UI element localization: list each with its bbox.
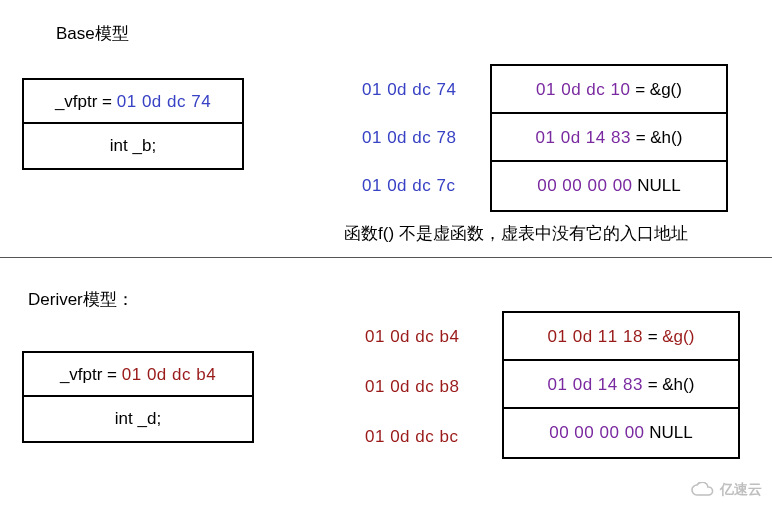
deriver-addr-2: 01 0d dc bc [365, 427, 458, 447]
vt-eq: = [631, 128, 650, 147]
vfptr-value: 01 0d dc 74 [117, 92, 211, 111]
vt-fn: NULL [637, 176, 680, 195]
deriver-addr-1: 01 0d dc b8 [365, 377, 459, 397]
deriver-vt-row-0: 01 0d 11 18 = &g() [504, 313, 738, 361]
deriver-member-row: int _d; [24, 397, 252, 441]
vfptr-label: _vfptr = [60, 365, 122, 384]
deriver-object-box: _vfptr = 01 0d dc b4 int _d; [22, 351, 254, 443]
vt-fn: &h() [650, 128, 682, 147]
vt-eq: = [643, 375, 662, 394]
base-member-row: int _b; [24, 124, 242, 168]
watermark: 亿速云 [690, 481, 762, 499]
vt-val: 00 00 00 00 [549, 423, 644, 442]
vt-val: 01 0d dc 10 [536, 80, 630, 99]
base-object-box: _vfptr = 01 0d dc 74 int _b; [22, 78, 244, 170]
deriver-title: Deriver模型： [28, 288, 134, 311]
base-vt-row-1: 01 0d 14 83 = &h() [492, 114, 726, 162]
vt-fn: &g() [662, 327, 694, 346]
base-addr-1: 01 0d dc 78 [362, 128, 456, 148]
vt-val: 01 0d 14 83 [548, 375, 643, 394]
base-note: 函数f() 不是虚函数，虚表中没有它的入口地址 [344, 222, 688, 245]
cloud-icon [690, 482, 716, 498]
vfptr-value: 01 0d dc b4 [122, 365, 216, 384]
base-vtable-box: 01 0d dc 10 = &g() 01 0d 14 83 = &h() 00… [490, 64, 728, 212]
base-title: Base模型 [56, 22, 129, 45]
vt-eq: = [630, 80, 649, 99]
deriver-addr-0: 01 0d dc b4 [365, 327, 459, 347]
base-vt-row-0: 01 0d dc 10 = &g() [492, 66, 726, 114]
deriver-vtable-box: 01 0d 11 18 = &g() 01 0d 14 83 = &h() 00… [502, 311, 740, 459]
vt-fn: &h() [662, 375, 694, 394]
vfptr-label: _vfptr = [55, 92, 117, 111]
vt-val: 01 0d 11 18 [548, 327, 643, 346]
section-separator [0, 257, 772, 258]
vt-fn: &g() [650, 80, 682, 99]
watermark-text: 亿速云 [720, 481, 762, 499]
vt-eq: = [643, 327, 662, 346]
vt-val: 01 0d 14 83 [536, 128, 631, 147]
vt-fn: NULL [649, 423, 692, 442]
deriver-vfptr-row: _vfptr = 01 0d dc b4 [24, 353, 252, 397]
deriver-vt-row-2: 00 00 00 00 NULL [504, 409, 738, 457]
vt-val: 00 00 00 00 [537, 176, 632, 195]
base-vfptr-row: _vfptr = 01 0d dc 74 [24, 80, 242, 124]
base-addr-2: 01 0d dc 7c [362, 176, 455, 196]
deriver-vt-row-1: 01 0d 14 83 = &h() [504, 361, 738, 409]
base-addr-0: 01 0d dc 74 [362, 80, 456, 100]
base-vt-row-2: 00 00 00 00 NULL [492, 162, 726, 210]
